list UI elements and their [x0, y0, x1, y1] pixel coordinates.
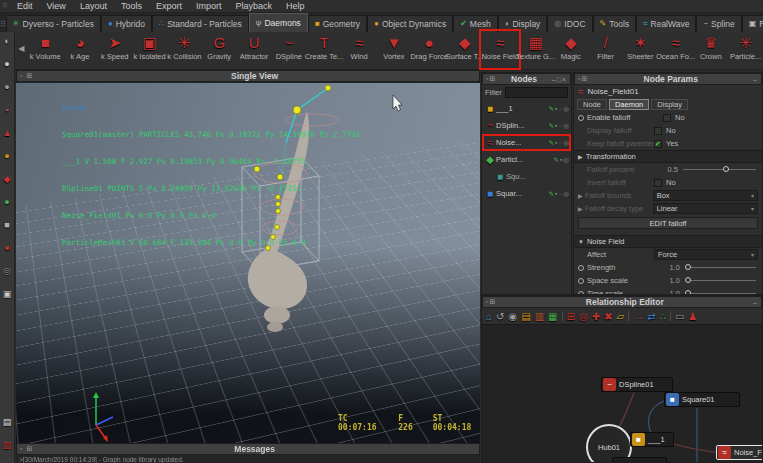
node-row-noise-field[interactable]: ≈ Noise... ✎▪●◎ — [482, 134, 571, 151]
tab-daemon[interactable]: Daemon — [609, 99, 649, 110]
group-folder-icon[interactable]: ▱ — [616, 311, 624, 322]
panel-dock-icons[interactable]: ▫ ⊞ — [17, 72, 36, 80]
daemon-k-isolated[interactable]: ▣k Isolated — [132, 32, 167, 70]
graph-node-emitter-group[interactable]: ■ ___1 — [630, 432, 674, 447]
strength-slider[interactable] — [685, 267, 756, 268]
key-radio[interactable] — [578, 278, 584, 284]
tab-display[interactable]: Display — [651, 99, 688, 110]
filter-input[interactable] — [505, 87, 568, 98]
tab-spline[interactable]: ~Spline — [696, 15, 741, 32]
add-node-icon[interactable]: ✚ — [592, 311, 600, 322]
affect-dropdown[interactable]: Force▾ — [654, 249, 758, 260]
tab-display[interactable]: ◗Display — [498, 15, 548, 32]
daemon-create-texture[interactable]: TCreate Te... — [306, 32, 342, 70]
edit-falloff-button[interactable]: EDIT falloff — [578, 217, 758, 229]
node-row-4[interactable]: ◆ Particl... ✎▪◎ — [482, 151, 571, 168]
panel-dock-icons[interactable]: ▫⊞ — [483, 298, 499, 306]
visibility-icon[interactable]: ◎ — [563, 139, 569, 146]
daemon-wind[interactable]: ≈Wind — [342, 32, 377, 70]
left-tool-icon-3[interactable]: ● — [4, 82, 9, 92]
keep-falloff-checkbox[interactable]: ✔ — [654, 140, 662, 148]
display-falloff-checkbox[interactable] — [654, 127, 662, 135]
messages-log[interactable]: >[30/March/2019 00:14:39] - Graph node l… — [16, 455, 480, 463]
menu-view[interactable]: View — [40, 1, 73, 11]
menu-tools[interactable]: Tools — [114, 1, 149, 11]
menu-playback[interactable]: Playback — [228, 1, 279, 11]
refresh-icon[interactable]: ↺ — [496, 311, 504, 322]
tab-mesh[interactable]: ✔Mesh — [453, 15, 498, 32]
key-radio[interactable] — [578, 265, 584, 271]
cache-icon[interactable]: ▪ — [555, 139, 557, 146]
scatter-icon[interactable]: ∴ — [660, 311, 666, 322]
tab-hybrido[interactable]: ●Hybrido — [101, 15, 152, 32]
time-scale-slider[interactable] — [685, 293, 756, 294]
left-tool-icon-6[interactable]: ● — [4, 151, 9, 161]
enable-falloff-checkbox[interactable] — [663, 114, 671, 122]
panel-minimize[interactable]: – — [750, 299, 761, 306]
graph-node-noise-field01[interactable]: ≈ Noise_Field01 — [716, 445, 763, 460]
node-row-5[interactable]: ■ Squ... — [482, 168, 571, 185]
left-tool-icon-14[interactable]: ▥ — [3, 440, 12, 450]
menu-layout[interactable]: Layout — [73, 1, 114, 11]
visibility-icon[interactable]: ◎ — [563, 190, 569, 197]
snapshot-icon[interactable]: ◉ — [508, 311, 517, 322]
node-row-2[interactable]: ~ DSplin... ✎▪●◎ — [482, 117, 571, 134]
daemon-drag-force[interactable]: ●Drag Force — [411, 32, 447, 70]
daemon-k-speed[interactable]: ➤k Speed — [97, 32, 132, 70]
daemon-crown[interactable]: ♛Crown — [693, 32, 728, 70]
graph-node-partial[interactable] — [612, 457, 667, 463]
menu-help[interactable]: Help — [279, 1, 312, 11]
relink-icon[interactable]: ⇄ — [647, 311, 655, 322]
edit-pencil-icon[interactable]: ✎ — [549, 190, 554, 197]
space-scale-slider[interactable] — [685, 280, 756, 281]
panel-dock-icons[interactable]: ▫ ⊞ — [17, 445, 36, 453]
relationship-graph[interactable]: ~ DSpline01 ■ Square01 Hub01 ■ ___1 ≈ No… — [482, 325, 763, 463]
cache-icon[interactable]: ▪ — [555, 122, 557, 129]
daemon-sheeter[interactable]: ✶Sheeter — [623, 32, 658, 70]
daemon-dspline[interactable]: ~DSpline — [271, 32, 306, 70]
section-transformation[interactable]: ▶ Transformation — [574, 150, 762, 163]
edit-pencil-icon[interactable]: ✎ — [549, 139, 554, 146]
cache-icon[interactable]: ▪ — [555, 190, 557, 197]
daemon-k-volume[interactable]: ■k Volume — [28, 32, 63, 70]
tab-geometry[interactable]: ■Geometry — [308, 15, 367, 32]
tab-render[interactable]: ▣Render — [742, 15, 763, 32]
daemon-attractor[interactable]: UAttractor — [237, 32, 272, 70]
menu-import[interactable]: Import — [189, 1, 229, 11]
link-icon[interactable]: → — [633, 311, 643, 322]
panel-dock-icons[interactable]: ▫⊞ — [575, 75, 591, 83]
layout-stack-icon[interactable]: ▥ — [535, 311, 544, 322]
graph-node-square01[interactable]: ■ Square01 — [664, 392, 740, 407]
daemon-gravity[interactable]: GGravity — [202, 32, 237, 70]
graph-node-dspline01[interactable]: ~ DSpline01 — [601, 377, 673, 392]
daemon-magic[interactable]: ◆Magic — [553, 32, 588, 70]
daemon-k-age[interactable]: ◕k Age — [63, 32, 98, 70]
daemon-ocean-force[interactable]: ≈Ocean Fo... — [658, 32, 694, 70]
shading-icon[interactable]: ● — [558, 122, 562, 129]
daemon-particle[interactable]: ✳Particle... — [728, 32, 763, 70]
tab-realwave[interactable]: ≈RealWave — [636, 15, 696, 32]
cache-icon[interactable]: ▪ — [560, 156, 562, 163]
visibility-icon[interactable]: ◎ — [563, 105, 569, 112]
falloff-decay-dropdown[interactable]: Linear▾ — [653, 203, 758, 214]
agent-icon[interactable]: ♟ — [688, 311, 697, 322]
space-scale-value[interactable]: 1.0 — [656, 276, 680, 285]
key-radio[interactable] — [578, 115, 584, 121]
shading-icon[interactable]: ● — [558, 190, 562, 197]
daemon-surface-tension[interactable]: ◆Surface T... — [447, 32, 483, 70]
remove-node-icon[interactable]: ✖ — [604, 311, 612, 322]
menu-export[interactable]: Export — [149, 1, 189, 11]
daemon-k-collision[interactable]: ✳k Collision — [167, 32, 202, 70]
cache-icon[interactable]: ▪ — [555, 105, 557, 112]
falloff-bounds-dropdown[interactable]: Box▾ — [653, 190, 758, 201]
viewport-3d-view[interactable]: persp Square01(master) PARTICLES 43,740 … — [16, 83, 480, 443]
layout-mesh-icon[interactable]: ▦ — [548, 311, 557, 322]
zoom-selected-icon[interactable]: ◎ — [579, 311, 588, 322]
panel-dock-icons[interactable]: ▫⊞ — [483, 75, 499, 83]
visibility-icon[interactable]: ◎ — [563, 156, 569, 163]
left-tool-icon-13[interactable]: ▤ — [3, 417, 12, 427]
left-tool-icon-11[interactable]: ◎ — [3, 266, 11, 276]
panel-minimize[interactable]: – — [750, 76, 761, 83]
visibility-icon[interactable]: ◎ — [563, 122, 569, 129]
tab-standard-particles[interactable]: ∴Standard - Particles — [152, 15, 249, 32]
